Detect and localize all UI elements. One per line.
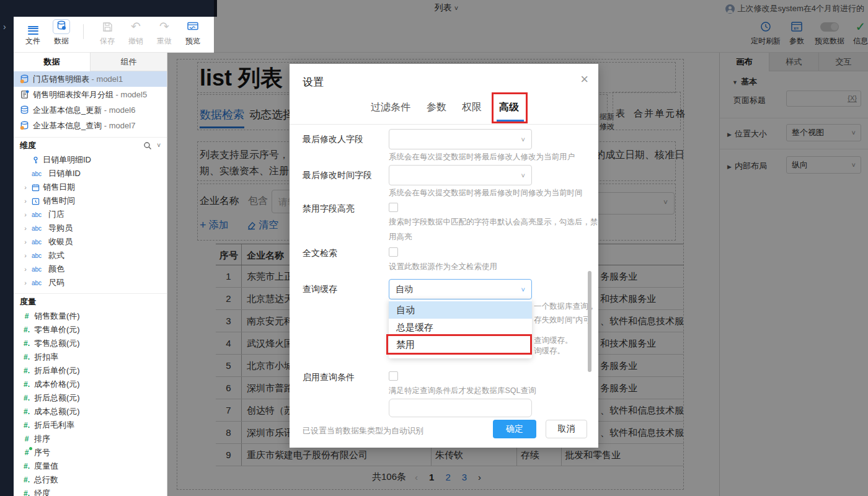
number-field-icon: #. [22,462,31,471]
number-field-icon: #. [22,353,31,361]
measure-item[interactable]: #.经度 [14,487,167,496]
last-modified-time-field-label: 最后修改时间字段 [303,170,372,181]
number-field-icon: #. [22,380,31,389]
measure-item[interactable]: #排序 [14,432,167,446]
left-panel: 数据 组件 门店销售明细表 - model1 销售明细表按年月分组 - mode… [14,53,167,496]
toolbar-divider [83,24,84,39]
measures-header: 度量 [14,293,167,309]
dimension-item[interactable]: ›abc 门店 [14,208,167,221]
model-item[interactable]: 门店销售明细表 - model1 [14,71,167,87]
dimension-item[interactable]: ›abc 颜色 [14,262,167,276]
undo-icon: ↶ [122,19,150,35]
number-field-icon: #. [22,339,31,348]
measure-item[interactable]: #.度量值 [14,459,167,473]
tab-components[interactable]: 组件 [90,53,167,71]
measure-item[interactable]: #.总行数 [14,473,167,487]
annotation-box-disabled-option [386,334,532,355]
measure-item[interactable]: #.折后毛利率 [14,418,167,432]
query-cache-label: 查询缓存 [303,284,337,295]
measure-item[interactable]: #.折后总额(元) [14,391,167,405]
disable-highlight-label: 禁用字段高亮 [303,203,355,215]
number-field-icon: #. [22,421,31,430]
expand-icon[interactable]: › [22,184,29,191]
undo-button[interactable]: ↶ 撤销 [122,19,150,46]
enable-query-condition-label: 启用查询条件 [303,372,355,383]
model-item[interactable]: 企业基本信息_查询 - model7 [14,118,167,133]
collapse-side-strip[interactable]: › [0,17,14,496]
measure-item[interactable]: #序号 [14,446,167,459]
modal-scrollbar-thumb[interactable] [588,271,591,372]
option-auto[interactable]: 自动 [389,301,532,319]
tab-permissions[interactable]: 权限 [462,101,482,114]
partial-input[interactable] [389,399,532,417]
modal-dim-overlay [214,0,868,53]
help-text-fragment: 存失效时间"内可 [534,315,591,326]
text-field-icon: abc [32,239,45,246]
number-field-icon: #. [22,476,31,484]
text-field-icon: abc [32,252,45,259]
number-field-icon: # [22,435,31,443]
last-modifier-field-label: 最后修改人字段 [303,134,363,145]
dimension-item[interactable]: abc 日销单ID [14,167,167,180]
confirm-button[interactable]: 确定 [493,420,536,438]
dimension-item[interactable]: ›abc 尺码 [14,276,167,290]
dimension-item[interactable]: › 销售时间 [14,194,167,208]
settings-modal: 设置 × 过滤条件 参数 权限 高级 最后修改人字段 ˅ 系统会在每次提交数据时… [290,64,598,448]
expand-panel-icon[interactable]: › [3,22,6,32]
field-help-text: 用高亮 [389,232,412,242]
expand-icon[interactable]: › [22,279,29,286]
expand-icon[interactable]: › [22,224,29,232]
expand-icon[interactable]: › [22,238,29,246]
text-field-icon: abc [32,170,45,177]
measure-item[interactable]: #.零售单价(元) [14,323,167,337]
dimension-item[interactable]: ›abc 款式 [14,249,167,262]
dimension-item[interactable]: › 销售日期 [14,180,167,194]
expand-icon[interactable]: › [22,265,29,273]
measure-item[interactable]: #.折后单价(元) [14,364,167,378]
model-item[interactable]: 销售明细表按年月分组 - model5 [14,87,167,102]
close-icon[interactable]: × [580,71,588,87]
measure-item[interactable]: #.折扣率 [14,350,167,364]
redo-button[interactable]: ↷ 重做 [150,19,179,46]
tab-parameters[interactable]: 参数 [427,101,446,114]
search-icon[interactable] [143,141,152,150]
annotation-box-advanced-tab [492,92,528,123]
save-icon [93,19,122,35]
file-menu-button[interactable]: 文件 [19,19,47,46]
measure-item[interactable]: #销售数量(件) [14,309,167,323]
dimension-item[interactable]: ›abc 导购员 [14,221,167,235]
text-field-icon: abc [32,280,45,286]
tab-data[interactable]: 数据 [14,53,90,71]
measure-item[interactable]: #.零售总额(元) [14,337,167,350]
field-help-text: 满足特定查询条件后才发起数据库SQL查询 [389,386,536,396]
data-button[interactable]: 数据 [47,19,76,46]
dimension-item[interactable]: ›abc 收银员 [14,235,167,249]
text-field-icon: abc [32,266,45,273]
menu-icon [19,19,47,35]
measure-item[interactable]: #.成本总额(元) [14,405,167,418]
chevron-down-icon[interactable]: ˅ [157,138,161,154]
clock-icon [32,197,40,205]
last-modified-time-field-select[interactable]: ˅ [389,165,532,185]
measure-item[interactable]: #.成本价格(元) [14,378,167,391]
dimension-item[interactable]: 日销单明细ID [14,153,167,167]
fulltext-search-checkbox[interactable] [389,247,398,257]
last-modifier-field-select[interactable]: ˅ [389,129,532,149]
disable-highlight-checkbox[interactable] [389,203,398,212]
model-item[interactable]: 企业基本信息_更新 - model6 [14,102,167,118]
cancel-button[interactable]: 取消 [546,420,587,438]
dataset-type-note: 已设置当前数据集类型为自动识别 [303,425,423,436]
save-button[interactable]: 保存 [93,19,122,46]
expand-icon[interactable]: › [22,252,29,259]
chevron-down-icon: ˅ [521,280,525,299]
preview-button[interactable]: 预览 [179,19,207,46]
top-left-dark-bar [0,0,217,17]
preview-icon [179,19,207,35]
query-cache-select[interactable]: 自动˅ [389,279,532,299]
tab-filter-conditions[interactable]: 过滤条件 [371,101,410,114]
expand-icon[interactable]: › [22,211,29,218]
option-always-cache[interactable]: 总是缓存 [389,319,532,336]
expand-icon[interactable]: › [22,197,29,205]
enable-query-condition-checkbox[interactable] [389,371,398,381]
divider [290,124,598,125]
